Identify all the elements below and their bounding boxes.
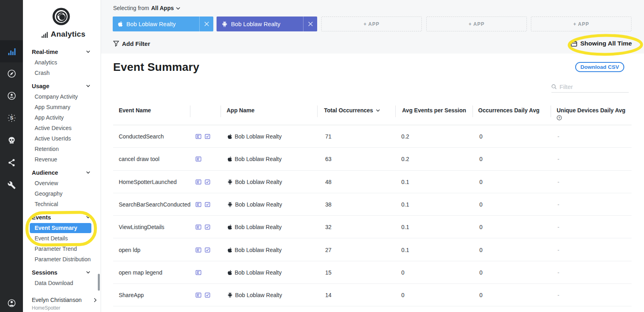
nav-header-realtime[interactable]: Real-time xyxy=(23,47,101,57)
nav-header-audience[interactable]: Audience xyxy=(23,167,101,178)
table-header: Event Name App Name Total Occurrences Av… xyxy=(101,100,644,125)
table-row[interactable]: SearchBarSearchConducted xyxy=(101,193,644,216)
time-range-button[interactable]: Showing All Time xyxy=(571,40,632,47)
total-occurrences: 14 xyxy=(325,292,332,298)
sidebar-item-analytics[interactable]: Analytics xyxy=(23,57,101,68)
add-app-button[interactable]: + APP xyxy=(321,17,422,31)
user-account[interactable]: Evelyn Christianson HomeSpotter xyxy=(32,296,96,312)
remove-app-icon[interactable] xyxy=(303,17,317,31)
chevron-down-icon xyxy=(86,271,90,274)
nav-header-usage[interactable]: Usage xyxy=(23,81,101,91)
remove-app-icon[interactable] xyxy=(200,17,213,31)
help-icon[interactable]: ? xyxy=(557,115,629,120)
sidebar-item-event-details[interactable]: Event Details xyxy=(23,233,101,244)
svg-text:S: S xyxy=(10,115,13,121)
unique-devices-daily-avg: - xyxy=(557,224,559,230)
event-name: SearchBarSearchConducted xyxy=(119,201,190,208)
occurrences-daily-avg: 0 xyxy=(479,156,483,162)
sidebar-item-technical[interactable]: Technical xyxy=(23,199,101,209)
app-name: Bob Loblaw Realty xyxy=(235,179,282,185)
sidebar-item-event-summary[interactable]: Event Summary xyxy=(23,223,101,233)
sidebar-item-crash[interactable]: Crash xyxy=(23,68,101,78)
sidebar-item-retention[interactable]: Retention xyxy=(23,144,101,154)
occurrences-daily-avg: 0 xyxy=(479,224,483,230)
tools-wrench-icon[interactable] xyxy=(7,181,16,190)
unique-devices-daily-avg: - xyxy=(557,201,559,208)
table-row[interactable]: open map legend xyxy=(101,261,644,284)
add-app-button[interactable]: + APP xyxy=(531,17,632,31)
revenue-icon[interactable]: S xyxy=(7,113,17,123)
svg-text:?: ? xyxy=(558,116,560,120)
share-icon[interactable] xyxy=(7,158,16,167)
event-params-icon[interactable] xyxy=(205,180,210,184)
occurrences-daily-avg: 0 xyxy=(479,269,483,276)
column-header-unique-devices-daily-avg[interactable]: Unique Devices Daily Avg ? xyxy=(557,107,629,120)
analytics-bars-icon[interactable] xyxy=(7,47,16,56)
event-params-icon[interactable] xyxy=(205,248,210,252)
explorer-compass-icon[interactable] xyxy=(7,69,17,79)
column-header-avg-events-per-session[interactable]: Avg Events per Session xyxy=(402,107,466,114)
android-icon xyxy=(222,21,227,27)
brand: Analytics xyxy=(41,30,85,39)
event-params-icon[interactable] xyxy=(205,134,210,139)
sidebar-scrollbar[interactable] xyxy=(98,274,100,291)
table-row[interactable]: ViewListingDetails xyxy=(101,216,644,238)
add-filter-button[interactable]: Add Filter xyxy=(113,40,150,47)
sidebar-nav: Real-time Analytics Crash Usage Company … xyxy=(23,47,101,288)
event-name: ViewListingDetails xyxy=(119,224,164,230)
sidebar-item-revenue[interactable]: Revenue xyxy=(23,154,101,165)
flurry-logo xyxy=(52,8,70,25)
event-log-icon[interactable] xyxy=(196,293,201,298)
event-log-icon[interactable] xyxy=(196,270,201,275)
selecting-from[interactable]: Selecting from All Apps xyxy=(113,5,180,11)
column-divider xyxy=(221,105,221,117)
account-icon[interactable] xyxy=(7,298,17,308)
audience-icon[interactable] xyxy=(7,91,17,101)
event-log-icon[interactable] xyxy=(196,225,201,229)
nav-header-sessions[interactable]: Sessions xyxy=(23,267,101,278)
table-row[interactable]: ShareApp xyxy=(101,284,644,306)
event-log-icon[interactable] xyxy=(196,157,201,161)
event-log-icon[interactable] xyxy=(196,180,201,184)
app-name-cell: Bob Loblaw Realty xyxy=(227,224,282,230)
table-row[interactable]: ConductedSearch xyxy=(101,125,644,148)
sidebar-item-data-download[interactable]: Data Download xyxy=(23,278,101,288)
app-chip-ios[interactable]: Bob Loblaw Realty xyxy=(113,17,213,31)
sidebar-item-parameter-trend[interactable]: Parameter Trend xyxy=(23,244,101,254)
event-params-icon[interactable] xyxy=(205,293,210,298)
column-header-app-name[interactable]: App Name xyxy=(227,107,254,114)
app-name: Bob Loblaw Realty xyxy=(235,133,282,140)
apple-icon xyxy=(118,21,123,27)
column-header-event-name[interactable]: Event Name xyxy=(119,107,151,114)
unique-devices-daily-avg: - xyxy=(557,179,559,185)
sidebar-item-overview[interactable]: Overview xyxy=(23,178,101,188)
sidebar-item-active-devices[interactable]: Active Devices xyxy=(23,123,101,133)
filter-input[interactable] xyxy=(559,83,620,90)
event-log-icon[interactable] xyxy=(196,134,201,139)
download-csv-button[interactable]: Download CSV xyxy=(575,62,624,72)
sidebar-item-active-userids[interactable]: Active UserIds xyxy=(23,133,101,144)
event-params-icon[interactable] xyxy=(205,225,210,229)
event-log-icon[interactable] xyxy=(196,248,201,252)
app-chip-android[interactable]: Bob Loblaw Realty xyxy=(217,17,317,31)
sidebar-item-company-activity[interactable]: Company Activity xyxy=(23,91,101,102)
sidebar-item-parameter-distribution[interactable]: Parameter Distribution xyxy=(23,254,101,264)
sidebar-item-geography[interactable]: Geography xyxy=(23,188,101,199)
crash-skull-icon[interactable] xyxy=(7,136,17,145)
event-icons xyxy=(196,270,210,275)
table-row[interactable]: open ldp xyxy=(101,238,644,261)
sidebar-item-app-activity[interactable]: App Activity xyxy=(23,112,101,123)
app-name: Bob Loblaw Realty xyxy=(235,156,282,162)
column-header-occurrences-daily-avg[interactable]: Occurrences Daily Avg xyxy=(478,107,539,114)
apple-icon xyxy=(227,224,232,230)
add-app-button[interactable]: + APP xyxy=(426,17,527,31)
sidebar-item-app-summary[interactable]: App Summary xyxy=(23,102,101,112)
event-log-icon[interactable] xyxy=(196,202,201,207)
nav-section-events: Events Event Summary Event Details Param… xyxy=(23,212,101,264)
event-params-icon[interactable] xyxy=(205,202,210,207)
table-row[interactable]: cancel draw tool xyxy=(101,148,644,170)
unique-devices-daily-avg: - xyxy=(557,156,559,162)
nav-header-events[interactable]: Events xyxy=(23,212,101,223)
table-row[interactable]: HomeSpotterLaunched xyxy=(101,171,644,193)
column-header-total-occurrences[interactable]: Total Occurrences xyxy=(324,107,380,114)
